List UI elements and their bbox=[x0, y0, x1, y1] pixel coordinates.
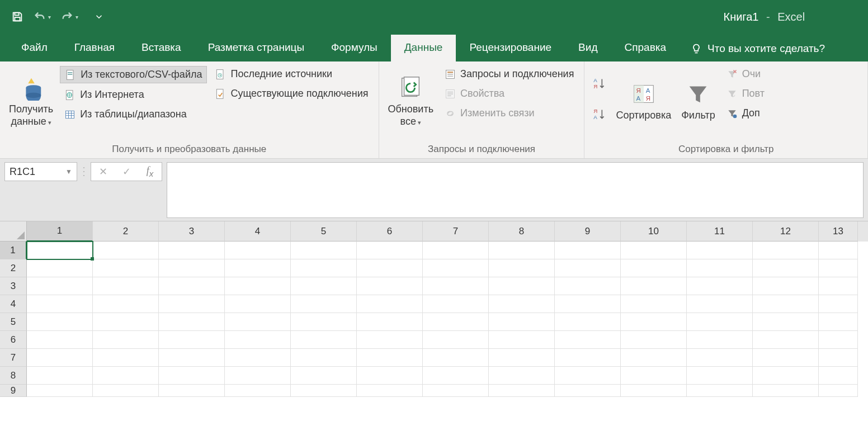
cell[interactable] bbox=[555, 331, 621, 349]
cell[interactable] bbox=[159, 331, 225, 349]
cell[interactable] bbox=[621, 349, 687, 367]
sort-asc-icon[interactable]: АЯ bbox=[592, 76, 607, 91]
cell[interactable] bbox=[819, 331, 858, 349]
cell[interactable] bbox=[621, 277, 687, 295]
cell[interactable] bbox=[489, 331, 555, 349]
cell[interactable] bbox=[753, 242, 819, 259]
cell[interactable] bbox=[753, 259, 819, 277]
from-web-button[interactable]: Из Интернета bbox=[60, 87, 207, 103]
column-header[interactable]: 7 bbox=[423, 221, 489, 242]
column-header[interactable]: 11 bbox=[687, 221, 753, 242]
tell-me-search[interactable]: Что вы хотите сделать? bbox=[680, 36, 836, 61]
name-box-dropdown-icon[interactable]: ▼ bbox=[65, 168, 72, 176]
cell[interactable] bbox=[819, 277, 858, 295]
cell[interactable] bbox=[27, 385, 93, 397]
cell[interactable] bbox=[357, 242, 423, 259]
cell[interactable] bbox=[753, 385, 819, 397]
cell[interactable] bbox=[357, 295, 423, 313]
row-header[interactable]: 8 bbox=[0, 367, 27, 385]
cell[interactable] bbox=[687, 259, 753, 277]
cell[interactable] bbox=[27, 367, 93, 385]
refresh-all-button[interactable]: Обновить все▾ bbox=[385, 65, 437, 138]
row-header[interactable]: 7 bbox=[0, 349, 27, 367]
cell[interactable] bbox=[27, 313, 93, 331]
cell[interactable] bbox=[291, 295, 357, 313]
cell[interactable] bbox=[423, 259, 489, 277]
cell[interactable] bbox=[555, 367, 621, 385]
cell[interactable] bbox=[423, 277, 489, 295]
cell[interactable] bbox=[93, 277, 159, 295]
sort-button[interactable]: ЯААЯ Сортировка bbox=[612, 65, 674, 138]
formula-bar-grip[interactable]: ⋮ bbox=[77, 162, 91, 178]
cell[interactable] bbox=[93, 385, 159, 397]
cell[interactable] bbox=[423, 367, 489, 385]
cell[interactable] bbox=[93, 331, 159, 349]
cell[interactable] bbox=[489, 277, 555, 295]
cell[interactable] bbox=[753, 277, 819, 295]
cell[interactable] bbox=[687, 331, 753, 349]
recent-sources-button[interactable]: Последние источники bbox=[210, 66, 372, 82]
undo-dropdown-icon[interactable]: ▾ bbox=[48, 14, 51, 20]
cell[interactable] bbox=[291, 277, 357, 295]
cell[interactable] bbox=[27, 242, 93, 259]
insert-function-button[interactable]: fx bbox=[138, 165, 162, 178]
column-header[interactable]: 4 bbox=[225, 221, 291, 242]
cell[interactable] bbox=[357, 349, 423, 367]
cell[interactable] bbox=[225, 331, 291, 349]
cell[interactable] bbox=[357, 277, 423, 295]
formula-input[interactable] bbox=[167, 162, 864, 218]
cell[interactable] bbox=[753, 367, 819, 385]
cell[interactable] bbox=[93, 242, 159, 259]
cell[interactable] bbox=[159, 349, 225, 367]
cell[interactable] bbox=[93, 367, 159, 385]
column-header[interactable]: 3 bbox=[159, 221, 225, 242]
cell[interactable] bbox=[753, 349, 819, 367]
cell[interactable] bbox=[423, 295, 489, 313]
cell[interactable] bbox=[93, 313, 159, 331]
tab-view[interactable]: Вид bbox=[565, 35, 611, 61]
cell[interactable] bbox=[27, 295, 93, 313]
select-all-corner[interactable] bbox=[0, 221, 27, 242]
cell[interactable] bbox=[225, 367, 291, 385]
cell[interactable] bbox=[291, 313, 357, 331]
redo-dropdown-icon[interactable]: ▾ bbox=[76, 14, 78, 20]
from-csv-button[interactable]: Из текстового/CSV-файла bbox=[60, 66, 207, 83]
cell[interactable] bbox=[225, 385, 291, 397]
cell[interactable] bbox=[819, 242, 858, 259]
tab-help[interactable]: Справка bbox=[611, 35, 680, 61]
cell[interactable] bbox=[93, 259, 159, 277]
tab-file[interactable]: Файл bbox=[8, 35, 61, 61]
tab-formulas[interactable]: Формулы bbox=[318, 35, 391, 61]
cell[interactable] bbox=[687, 277, 753, 295]
cell[interactable] bbox=[291, 367, 357, 385]
cell[interactable] bbox=[819, 349, 858, 367]
cell[interactable] bbox=[159, 277, 225, 295]
cell[interactable] bbox=[159, 295, 225, 313]
tab-data[interactable]: Данные bbox=[391, 35, 456, 61]
cell[interactable] bbox=[687, 295, 753, 313]
advanced-filter-button[interactable]: Доп bbox=[722, 105, 769, 121]
row-header[interactable]: 1 bbox=[0, 242, 27, 259]
cancel-formula-button[interactable]: ✕ bbox=[91, 165, 115, 178]
tab-insert[interactable]: Вставка bbox=[128, 35, 195, 61]
cell[interactable] bbox=[423, 331, 489, 349]
cell[interactable] bbox=[357, 259, 423, 277]
cell[interactable] bbox=[423, 242, 489, 259]
cell[interactable] bbox=[621, 331, 687, 349]
tab-review[interactable]: Рецензирование bbox=[456, 35, 565, 61]
cell[interactable] bbox=[93, 295, 159, 313]
row-header[interactable]: 9 bbox=[0, 385, 27, 397]
cell[interactable] bbox=[489, 259, 555, 277]
tab-page-layout[interactable]: Разметка страницы bbox=[195, 35, 318, 61]
cell[interactable] bbox=[555, 277, 621, 295]
column-header[interactable]: 8 bbox=[489, 221, 555, 242]
cell[interactable] bbox=[291, 385, 357, 397]
cell[interactable] bbox=[27, 259, 93, 277]
cell[interactable] bbox=[225, 313, 291, 331]
column-header[interactable]: 9 bbox=[555, 221, 621, 242]
cell[interactable] bbox=[555, 313, 621, 331]
cell[interactable] bbox=[357, 385, 423, 397]
cell[interactable] bbox=[27, 349, 93, 367]
cell[interactable] bbox=[819, 313, 858, 331]
from-table-button[interactable]: Из таблицы/диапазона bbox=[60, 106, 207, 122]
